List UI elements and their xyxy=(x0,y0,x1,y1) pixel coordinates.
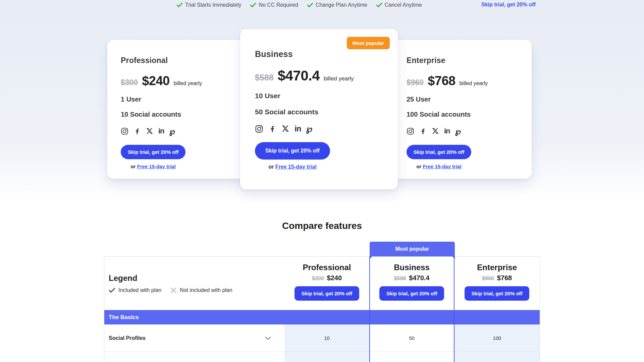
legend-included: Included with plan xyxy=(109,287,161,293)
topbar-benefits: Trial Starts Immediately No CC Required … xyxy=(177,2,422,8)
plan-card-enterprise: Enterprise $960 $768 billed yearly 25 Us… xyxy=(393,40,532,179)
column-price: $240 xyxy=(327,274,342,282)
x-icon xyxy=(281,125,289,133)
skip-trial-button[interactable]: Skip trial, get 20% off xyxy=(407,145,471,159)
trial-line: or Free 15-day trial xyxy=(121,164,185,169)
skip-trial-button[interactable]: Skip trial, get 20% off xyxy=(255,142,330,160)
feature-label: Social Profiles xyxy=(109,335,146,341)
check-icon xyxy=(177,3,182,7)
skip-trial-button[interactable]: Skip trial, get 20% off xyxy=(465,286,529,301)
social-icons: in ℘ xyxy=(255,124,383,133)
benefit-label: No CC Required xyxy=(259,2,298,8)
trial-line: or Free 15-day trial xyxy=(407,164,471,169)
column-plan-name: Enterprise xyxy=(477,262,517,273)
skip-trial-header-link[interactable]: Skip trial, get 20% off xyxy=(481,2,536,8)
x-icon xyxy=(432,127,439,135)
free-trial-link[interactable]: Free 15-day trial xyxy=(423,164,462,169)
plan-accounts: 100 Social accounts xyxy=(407,111,518,118)
facebook-icon xyxy=(133,127,141,135)
or-label: or xyxy=(130,164,136,169)
compare-features-title: Compare features xyxy=(0,221,644,231)
check-icon xyxy=(307,3,313,7)
plan-users: 10 User xyxy=(255,92,383,100)
table-column-professional: Professional $300 $240 Skip trial, get 2… xyxy=(284,257,369,310)
facebook-icon xyxy=(268,125,276,133)
billing-period: billed yearly xyxy=(460,80,488,86)
price: $240 xyxy=(142,74,170,88)
pinterest-icon: ℘ xyxy=(455,127,461,135)
benefit-label: Cancel Anytime xyxy=(385,2,422,8)
old-price: $960 xyxy=(407,78,424,87)
feature-value-professional: Unlimited xyxy=(284,352,369,362)
chevron-down-icon[interactable] xyxy=(265,337,271,340)
check-icon xyxy=(109,288,115,293)
section-header-the-basics: The Basics xyxy=(104,310,540,324)
x-icon xyxy=(146,127,153,135)
most-popular-badge: Most popular xyxy=(347,37,390,49)
compare-table-header: Legend Included with plan Not included w… xyxy=(104,257,540,310)
price: $470.4 xyxy=(278,68,320,84)
billing-period: billed yearly xyxy=(324,75,354,82)
skip-trial-button[interactable]: Skip trial, get 20% off xyxy=(379,286,444,301)
column-price: $768 xyxy=(497,274,512,282)
price: $768 xyxy=(428,74,455,88)
feature-cell: Social Profiles xyxy=(104,324,284,352)
benefit-item: Trial Starts Immediately xyxy=(177,2,241,8)
instagram-icon xyxy=(407,127,414,135)
legend: Legend Included with plan Not included w… xyxy=(104,257,284,310)
pricing-page: Trial Starts Immediately No CC Required … xyxy=(0,0,644,362)
column-plan-name: Professional xyxy=(303,262,351,273)
table-column-business: Business $588 $470.4 Skip trial, get 20%… xyxy=(369,257,454,310)
old-price: $588 xyxy=(255,73,274,82)
cross-icon xyxy=(170,287,177,294)
price-row: $588 $470.4 billed yearly xyxy=(255,68,383,84)
most-popular-tab: Most popular xyxy=(370,242,455,256)
benefit-item: No CC Required xyxy=(250,2,298,8)
trial-line: or Free 15-day trial xyxy=(255,164,330,170)
column-price: $470.4 xyxy=(409,274,429,282)
old-price: $300 xyxy=(121,78,138,87)
column-old-price: $588 xyxy=(394,276,406,282)
or-label: or xyxy=(416,164,421,169)
price-row: $300 $240 billed yearly xyxy=(121,74,237,88)
benefit-label: Change Plan Anytime xyxy=(316,2,367,8)
benefit-item: Cancel Anytime xyxy=(376,2,422,8)
instagram-icon xyxy=(121,127,128,135)
plan-users: 1 User xyxy=(121,96,237,103)
price-row: $960 $768 billed yearly xyxy=(407,74,518,88)
column-old-price: $960 xyxy=(482,276,494,282)
skip-trial-button[interactable]: Skip trial, get 20% off xyxy=(121,145,185,159)
social-icons: in ℘ xyxy=(121,126,237,136)
plan-card-business: Most popular Business $588 $470.4 billed… xyxy=(240,29,398,189)
check-icon xyxy=(250,3,256,7)
table-row: Social Profiles 10 50 100 xyxy=(104,324,540,352)
benefit-label: Trial Starts Immediately xyxy=(185,2,241,8)
plan-accounts: 50 Social accounts xyxy=(255,108,383,116)
instagram-icon xyxy=(255,125,263,133)
free-trial-link[interactable]: Free 15-day trial xyxy=(275,164,317,170)
skip-trial-button[interactable]: Skip trial, get 20% off xyxy=(294,286,359,301)
feature-value-business: 50 xyxy=(369,324,454,352)
plan-name: Professional xyxy=(121,56,237,65)
plan-name: Business xyxy=(255,49,383,59)
check-icon xyxy=(376,3,382,7)
plan-users: 25 User xyxy=(407,96,518,103)
free-trial-link[interactable]: Free 15-day trial xyxy=(137,164,176,169)
feature-value-professional: 10 xyxy=(284,324,369,352)
table-column-enterprise: Enterprise $960 $768 Skip trial, get 20%… xyxy=(454,257,540,310)
pinterest-icon: ℘ xyxy=(306,124,312,133)
feature-cell: Monthly Posting Limit xyxy=(104,352,284,362)
plan-card-professional: Professional $300 $240 billed yearly 1 U… xyxy=(107,40,251,179)
legend-included-label: Included with plan xyxy=(118,287,161,293)
plan-accounts: 10 Social accounts xyxy=(121,111,237,118)
compare-table: Legend Included with plan Not included w… xyxy=(104,256,540,362)
linkedin-icon: in xyxy=(158,127,164,135)
benefit-item: Change Plan Anytime xyxy=(307,2,367,8)
column-plan-name: Business xyxy=(394,262,430,273)
column-old-price: $300 xyxy=(312,276,324,282)
feature-value-enterprise: 100 xyxy=(454,324,540,352)
legend-not-included-label: Not included with plan xyxy=(180,287,232,293)
billing-period: billed yearly xyxy=(174,80,202,86)
social-icons: in ℘ xyxy=(407,126,518,136)
linkedin-icon: in xyxy=(444,127,450,135)
